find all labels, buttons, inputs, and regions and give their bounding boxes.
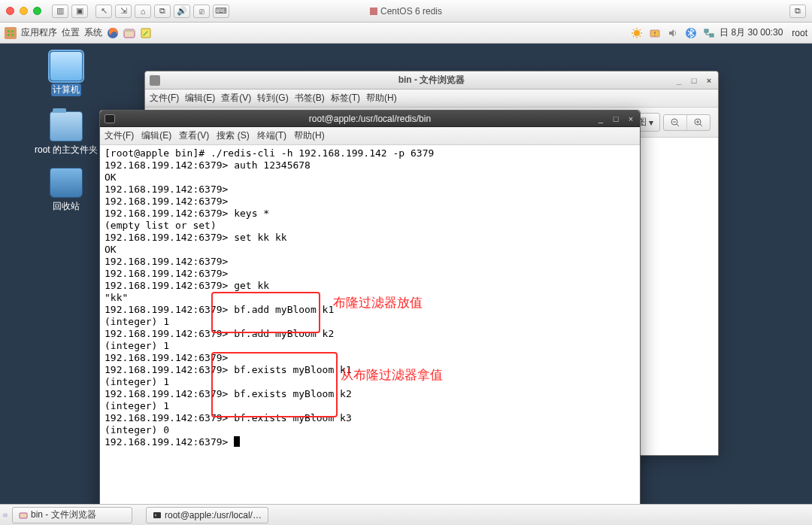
gnome-menu-system[interactable]: 系统 (84, 26, 102, 39)
bluetooth-icon[interactable] (685, 27, 697, 39)
host-titlebar: ▥ ▣ ↖ ⇲ ⌂ ⧉ 🔊 ⎚ ⌨ CentOS 6 redis ⧉ (0, 0, 812, 23)
terminal-line: (integer) 0 (105, 424, 635, 436)
fb-menu-help[interactable]: 帮助(H) (366, 92, 397, 105)
gnome-menu-applications[interactable]: 应用程序 (21, 26, 57, 39)
show-desktop-icon (3, 509, 8, 521)
desktop-icon-label: 回收站 (36, 200, 96, 213)
annotation-label-1: 布隆过滤器放值 (333, 297, 423, 309)
host-close-button[interactable] (6, 7, 14, 15)
fb-zoom-in-button[interactable] (687, 115, 710, 130)
gnome-menu-places[interactable]: 位置 (62, 26, 80, 39)
terminal-line: 192.168.199.142:6379> bf.exists myBloom … (105, 388, 635, 400)
taskbar-item-label: root@apple:/usr/local/… (165, 510, 262, 520)
desktop-icon-home[interactable]: root 的主文件夹 (29, 111, 104, 156)
host-tb-btn[interactable]: ⇲ (115, 5, 132, 18)
fb-menu-go[interactable]: 转到(G) (257, 92, 288, 105)
gnome-tray (631, 27, 715, 39)
taskbar-item-file-browser[interactable]: bin - 文件浏览器 (12, 507, 132, 523)
folder-window-icon (150, 75, 160, 86)
terminal-cursor (234, 436, 240, 447)
terminal-menubar: 文件(F) 编辑(E) 查看(V) 搜索 (S) 终端(T) 帮助(H) (100, 127, 640, 145)
terminal-line: 192.168.199.142:6379> (105, 268, 635, 280)
fb-minimize-button[interactable]: _ (673, 75, 685, 86)
trash-icon (50, 168, 83, 198)
show-desktop-button[interactable] (3, 507, 8, 523)
host-minimize-button[interactable] (20, 7, 28, 15)
gnome-panel: 应用程序 位置 系统 日 8月 30 00:30 root (0, 23, 812, 44)
update-icon[interactable] (649, 27, 661, 39)
terminal-line: OK (105, 171, 635, 184)
svg-rect-8 (704, 29, 708, 32)
gedit-icon[interactable] (140, 27, 152, 39)
file-browser-menubar: 文件(F) 编辑(E) 查看(V) 转到(G) 书签(B) 标签(T) 帮助(H… (145, 90, 718, 108)
host-tb-btn[interactable]: ⧉ (154, 5, 171, 18)
terminal-window-icon (105, 114, 115, 123)
host-tb-btn[interactable]: ▥ (52, 5, 68, 18)
host-tb-btn[interactable]: 🔊 (174, 5, 190, 18)
host-tb-btn[interactable]: ↖ (95, 5, 112, 18)
fb-zoom-out-button[interactable] (664, 115, 687, 130)
terminal-body[interactable]: [root@apple bin]# ./redis-cli -h 192.168… (100, 145, 640, 525)
terminal-line: [root@apple bin]# ./redis-cli -h 192.168… (105, 147, 635, 159)
annotation-label-2: 从布隆过滤器拿值 (341, 369, 443, 381)
host-tb-btn[interactable]: ⎚ (193, 5, 210, 18)
term-menu-edit[interactable]: 编辑(E) (141, 129, 171, 142)
sun-icon[interactable] (631, 27, 643, 39)
desktop-icon-computer[interactable]: 计算机 (36, 51, 96, 96)
terminal-line: 192.168.199.142:6379> bf.add myBloom k2 (105, 328, 635, 340)
svg-rect-13 (20, 513, 27, 518)
gnome-apps-icon (5, 27, 17, 39)
host-window-title: CentOS 6 redis (370, 6, 442, 17)
nautilus-icon[interactable] (123, 27, 135, 39)
terminal-window[interactable]: root@apple:/usr/local/redis/bin _ □ × 文件… (99, 110, 641, 525)
host-tb-btn[interactable]: ⌂ (135, 5, 151, 18)
terminal-titlebar[interactable]: root@apple:/usr/local/redis/bin _ □ × (100, 111, 640, 127)
taskbar-item-terminal[interactable]: root@apple:/usr/local/… (146, 507, 268, 523)
host-tb-btn[interactable]: ⌨ (213, 5, 229, 18)
svg-point-5 (634, 30, 640, 36)
file-browser-titlebar[interactable]: bin - 文件浏览器 _ □ × (145, 71, 718, 90)
host-zoom-button[interactable] (33, 7, 41, 15)
terminal-line: 192.168.199.142:6379> (105, 436, 635, 448)
taskbar-item-label: bin - 文件浏览器 (31, 508, 96, 521)
term-minimize-button[interactable]: _ (595, 114, 607, 124)
fb-close-button[interactable]: × (703, 75, 715, 86)
volume-icon[interactable] (667, 27, 679, 39)
firefox-icon[interactable] (107, 27, 119, 39)
bottom-taskbar: bin - 文件浏览器 root@apple:/usr/local/… (0, 504, 812, 525)
desktop-icon-label: 计算机 (51, 83, 81, 96)
zoom-out-icon (670, 117, 680, 128)
network-icon[interactable] (703, 27, 715, 39)
file-browser-title: bin - 文件浏览器 (398, 74, 465, 86)
fb-menu-edit[interactable]: 编辑(E) (185, 92, 215, 105)
svg-rect-3 (124, 29, 135, 32)
terminal-line: 192.168.199.142:6379> auth 12345678 (105, 159, 635, 171)
term-menu-terminal[interactable]: 终端(T) (257, 129, 286, 142)
host-title-text: CentOS 6 redis (380, 6, 442, 17)
gnome-clock[interactable]: 日 8月 30 00:30 (720, 26, 783, 39)
host-toolbar-group-1: ▥ ▣ (52, 5, 88, 18)
host-expand-button[interactable]: ⧉ (789, 5, 806, 18)
fb-menu-file[interactable]: 文件(F) (150, 92, 179, 105)
term-menu-view[interactable]: 查看(V) (179, 129, 209, 142)
desktop-icon-trash[interactable]: 回收站 (36, 168, 96, 213)
gnome-user[interactable]: root (792, 28, 807, 38)
fb-menu-tabs[interactable]: 标签(T) (331, 92, 360, 105)
fb-menu-bookmarks[interactable]: 书签(B) (295, 92, 325, 105)
terminal-line: (empty list or set) (105, 220, 635, 232)
fb-maximize-button[interactable]: □ (688, 75, 700, 86)
terminal-line: 192.168.199.142:6379> (105, 352, 635, 364)
term-menu-help[interactable]: 帮助(H) (294, 129, 325, 142)
folder-icon (50, 111, 83, 141)
desktop[interactable]: 计算机 root 的主文件夹 回收站 bin - 文件浏览器 _ □ × 文件(… (0, 44, 812, 504)
vm-icon (370, 8, 377, 15)
folder-icon (19, 511, 28, 520)
term-close-button[interactable]: × (625, 114, 637, 124)
fb-menu-view[interactable]: 查看(V) (221, 92, 251, 105)
host-toolbar-group-2: ↖ ⇲ ⌂ ⧉ 🔊 ⎚ ⌨ (95, 5, 229, 18)
term-maximize-button[interactable]: □ (610, 114, 622, 124)
term-menu-file[interactable]: 文件(F) (105, 129, 134, 142)
host-tb-btn[interactable]: ▣ (71, 5, 88, 18)
terminal-line: (integer) 1 (105, 340, 635, 352)
term-menu-search[interactable]: 搜索 (S) (217, 129, 249, 142)
